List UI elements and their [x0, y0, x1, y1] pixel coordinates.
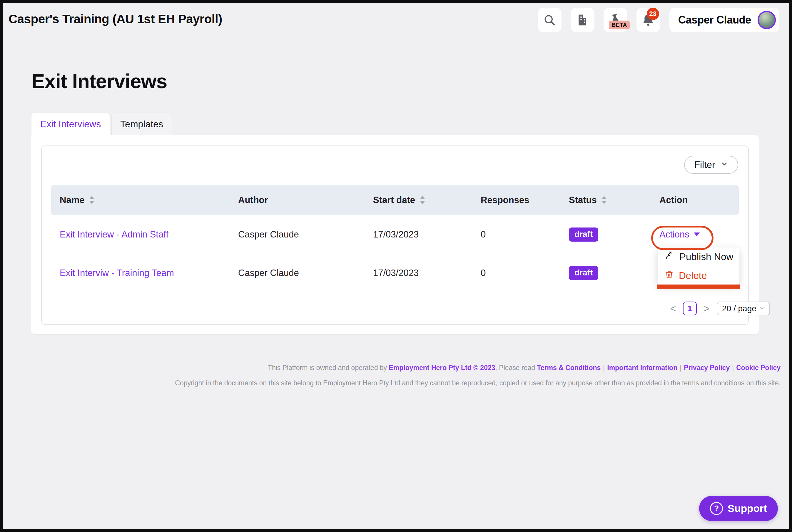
- table-panel: Filter Name Author: [41, 146, 749, 325]
- page-title: Exit Interviews: [32, 70, 167, 93]
- start-date-cell: 17/03/2023: [373, 229, 419, 240]
- notification-count-badge: 23: [647, 8, 659, 20]
- author-cell: Casper Claude: [238, 229, 299, 240]
- prev-page-button[interactable]: <: [669, 303, 677, 314]
- avatar: [758, 11, 776, 29]
- notifications-button[interactable]: 23: [637, 8, 660, 32]
- privacy-policy-link[interactable]: Privacy Policy: [684, 364, 730, 372]
- chevron-down-icon: [720, 159, 728, 170]
- column-header-start-date[interactable]: Start date: [364, 195, 472, 206]
- exit-interviews-table: Name Author Start date Responses Statu: [51, 185, 739, 292]
- table-row: Exit Interviw - Training Team Casper Cla…: [51, 254, 739, 292]
- screenshot-frame: Casper's Training (AU 1st EH Payroll): [0, 0, 792, 532]
- search-button[interactable]: [538, 8, 562, 32]
- tab-templates[interactable]: Templates: [111, 113, 172, 135]
- table-row: Exit Interview - Admin Staff Casper Clau…: [51, 215, 739, 254]
- publish-icon: [665, 251, 674, 263]
- interview-name-link[interactable]: Exit Interview - Admin Staff: [60, 229, 168, 240]
- question-circle-icon: ?: [710, 502, 723, 515]
- filter-label: Filter: [694, 159, 715, 170]
- labs-button[interactable]: BETA: [604, 8, 627, 32]
- support-button[interactable]: ? Support: [699, 496, 778, 521]
- terms-conditions-link[interactable]: Terms & Conditions: [537, 364, 601, 372]
- table-header-row: Name Author Start date Responses Statu: [51, 185, 739, 215]
- footer: This Platform is owned and operated by E…: [175, 360, 780, 391]
- column-header-responses: Responses: [472, 195, 560, 206]
- current-page-button[interactable]: 1: [683, 302, 697, 316]
- search-icon: [543, 14, 556, 26]
- sort-icon: [89, 196, 94, 204]
- sort-icon: [602, 196, 607, 204]
- important-information-link[interactable]: Important Information: [607, 364, 677, 372]
- filter-button[interactable]: Filter: [684, 156, 738, 174]
- tab-exit-interviews[interactable]: Exit Interviews: [31, 113, 110, 135]
- next-page-button[interactable]: >: [703, 303, 711, 314]
- interview-name-link[interactable]: Exit Interviw - Training Team: [60, 268, 174, 278]
- trash-icon: [665, 270, 674, 281]
- page-size-select[interactable]: 20 / page: [717, 302, 770, 316]
- status-badge: draft: [569, 266, 598, 280]
- actions-dropdown-button[interactable]: Actions: [659, 229, 700, 240]
- footer-line-2: Copyright in the documents on this site …: [175, 375, 780, 391]
- column-header-author: Author: [230, 195, 364, 206]
- pagination: < 1 > 20 / page: [669, 302, 770, 316]
- responses-cell: 0: [481, 268, 486, 278]
- sort-icon: [420, 196, 425, 204]
- exit-interviews-card: Filter Name Author: [31, 135, 759, 334]
- actions-dropdown-menu: Publish Now Delete: [658, 247, 739, 285]
- support-label: Support: [728, 502, 767, 514]
- column-header-status[interactable]: Status: [560, 195, 651, 206]
- column-header-action: Action: [651, 195, 739, 206]
- org-title: Casper's Training (AU 1st EH Payroll): [8, 12, 222, 26]
- building-icon: [576, 14, 589, 26]
- tab-bar: Exit Interviews Templates: [31, 113, 172, 135]
- responses-cell: 0: [481, 229, 486, 240]
- user-name: Casper Claude: [678, 14, 751, 26]
- app-window: Casper's Training (AU 1st EH Payroll): [3, 3, 789, 529]
- topbar-actions: BETA 23 Casper Claude: [538, 8, 779, 32]
- start-date-cell: 17/03/2023: [373, 268, 419, 278]
- menu-item-publish-now[interactable]: Publish Now: [658, 247, 739, 266]
- organisation-button[interactable]: [571, 8, 595, 32]
- caret-down-icon: [694, 232, 700, 236]
- column-header-name[interactable]: Name: [51, 195, 230, 206]
- menu-item-delete[interactable]: Delete: [658, 266, 739, 285]
- footer-line-1: This Platform is owned and operated by E…: [175, 360, 780, 375]
- beta-badge: BETA: [609, 21, 629, 30]
- user-menu-button[interactable]: Casper Claude: [670, 8, 779, 32]
- cookie-policy-link[interactable]: Cookie Policy: [736, 364, 780, 372]
- status-badge: draft: [569, 228, 598, 242]
- chevron-down-icon: [759, 304, 765, 313]
- author-cell: Casper Claude: [238, 268, 299, 278]
- employment-hero-link[interactable]: Employment Hero Pty Ltd © 2023: [389, 364, 495, 372]
